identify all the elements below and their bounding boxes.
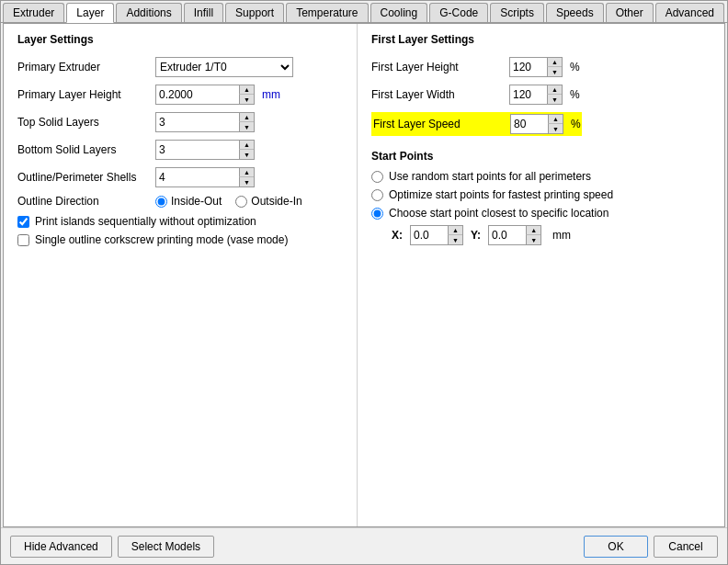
- first-layer-height-down[interactable]: ▼: [547, 67, 562, 76]
- first-layer-width-spinner: ▲ ▼: [509, 85, 563, 105]
- xy-unit: mm: [552, 229, 571, 242]
- first-layer-speed-down[interactable]: ▼: [548, 124, 563, 133]
- select-models-button[interactable]: Select Models: [118, 536, 214, 558]
- primary-layer-height-row: Primary Layer Height ▲ ▼ mm: [17, 85, 343, 105]
- bottom-solid-layers-buttons: ▲ ▼: [239, 141, 254, 159]
- primary-extruder-label: Primary Extruder: [17, 61, 155, 73]
- top-solid-layers-down[interactable]: ▼: [239, 122, 254, 131]
- first-layer-width-up[interactable]: ▲: [547, 85, 562, 95]
- tab-layer[interactable]: Layer: [66, 3, 114, 23]
- start-point-label3: Choose start point closest to specific l…: [389, 207, 609, 220]
- tab-extruder[interactable]: Extruder: [3, 3, 64, 22]
- start-point-radio3[interactable]: [371, 208, 383, 220]
- tab-support[interactable]: Support: [225, 3, 284, 22]
- start-point-radio1[interactable]: [371, 171, 383, 183]
- primary-layer-height-down[interactable]: ▼: [239, 95, 254, 104]
- first-layer-width-input[interactable]: [510, 85, 547, 104]
- tab-additions[interactable]: Additions: [116, 3, 181, 22]
- outline-shells-down[interactable]: ▼: [239, 177, 254, 186]
- outline-shells-buttons: ▲ ▼: [239, 168, 254, 186]
- hide-advanced-button[interactable]: Hide Advanced: [10, 536, 112, 558]
- bottom-solid-layers-down[interactable]: ▼: [239, 150, 254, 159]
- first-layer-height-unit: %: [570, 61, 580, 73]
- checkbox2-label[interactable]: Single outline corkscrew printing mode (…: [35, 233, 288, 246]
- primary-layer-height-spinner: ▲ ▼: [155, 85, 255, 105]
- start-point-radio2[interactable]: [371, 189, 383, 201]
- y-label: Y:: [471, 229, 481, 242]
- inside-out-label: Inside-Out: [171, 195, 222, 208]
- primary-layer-height-up[interactable]: ▲: [239, 85, 254, 95]
- bottom-solid-layers-input[interactable]: [156, 141, 239, 159]
- tab-gcode[interactable]: G-Code: [429, 3, 488, 22]
- outside-in-radio[interactable]: [235, 196, 247, 208]
- start-point-option3: Choose start point closest to specific l…: [371, 207, 711, 220]
- cancel-button[interactable]: Cancel: [654, 536, 718, 558]
- top-solid-layers-control: ▲ ▼: [155, 112, 255, 132]
- first-layer-width-control: ▲ ▼ %: [509, 85, 580, 105]
- first-layer-height-row: First Layer Height ▲ ▼ %: [371, 57, 711, 77]
- xy-row: X: ▲ ▼ Y: ▲ ▼: [392, 225, 711, 245]
- tab-advanced[interactable]: Advanced: [655, 3, 724, 22]
- top-solid-layers-up[interactable]: ▲: [239, 113, 254, 122]
- first-layer-height-control: ▲ ▼ %: [509, 57, 580, 77]
- primary-extruder-row: Primary Extruder Extruder 1/T0: [17, 57, 343, 77]
- x-input[interactable]: [411, 226, 448, 244]
- first-layer-height-input[interactable]: [510, 58, 547, 76]
- y-down[interactable]: ▼: [526, 235, 540, 244]
- checkbox1-label[interactable]: Print islands sequentially without optim…: [35, 215, 256, 228]
- checkbox1-input[interactable]: [17, 216, 29, 228]
- tab-other[interactable]: Other: [606, 3, 654, 22]
- outline-direction-label: Outline Direction: [17, 195, 155, 208]
- tab-speeds[interactable]: Speeds: [546, 3, 604, 22]
- first-layer-width-unit: %: [570, 88, 580, 101]
- top-solid-layers-input[interactable]: [156, 113, 239, 131]
- outline-shells-label: Outline/Perimeter Shells: [17, 171, 155, 184]
- outside-in-option[interactable]: Outside-In: [235, 195, 301, 208]
- start-point-label1: Use random start points for all perimete…: [389, 170, 591, 183]
- outline-direction-group: Inside-Out Outside-In: [155, 195, 302, 208]
- first-layer-speed-up[interactable]: ▲: [548, 115, 563, 124]
- outline-shells-control: ▲ ▼: [155, 167, 255, 187]
- outline-shells-row: Outline/Perimeter Shells ▲ ▼: [17, 167, 343, 187]
- primary-layer-height-unit: mm: [262, 88, 280, 101]
- outline-shells-up[interactable]: ▲: [239, 168, 254, 177]
- first-layer-speed-spinner: ▲ ▼: [510, 114, 563, 134]
- primary-extruder-select[interactable]: Extruder 1/T0: [155, 57, 293, 77]
- top-solid-layers-spinner: ▲ ▼: [155, 112, 255, 132]
- bottom-solid-layers-row: Bottom Solid Layers ▲ ▼: [17, 140, 343, 160]
- tab-temperature[interactable]: Temperature: [286, 3, 368, 22]
- primary-layer-height-label: Primary Layer Height: [17, 88, 155, 101]
- y-input[interactable]: [489, 226, 526, 244]
- first-layer-speed-input[interactable]: [511, 115, 548, 133]
- primary-layer-height-buttons: ▲ ▼: [239, 85, 254, 104]
- first-layer-width-down[interactable]: ▼: [547, 95, 562, 104]
- bottom-solid-layers-up[interactable]: ▲: [239, 141, 254, 150]
- start-points-section: Start Points Use random start points for…: [371, 150, 711, 245]
- tab-infill[interactable]: Infill: [184, 3, 223, 22]
- primary-layer-height-input[interactable]: [156, 85, 239, 104]
- tab-scripts[interactable]: Scripts: [490, 3, 544, 22]
- top-solid-layers-row: Top Solid Layers ▲ ▼: [17, 112, 343, 132]
- first-layer-speed-unit: %: [571, 118, 581, 130]
- bottom-solid-layers-control: ▲ ▼: [155, 140, 255, 160]
- x-label: X:: [392, 229, 403, 242]
- start-point-option2: Optimize start points for fastest printi…: [371, 188, 711, 201]
- left-panel: Layer Settings Primary Extruder Extruder…: [4, 24, 358, 526]
- first-layer-speed-row: First Layer Speed ▲ ▼ %: [371, 112, 582, 136]
- checkbox2-input[interactable]: [17, 234, 29, 246]
- inside-out-option[interactable]: Inside-Out: [155, 195, 222, 208]
- outline-shells-input[interactable]: [156, 168, 239, 186]
- x-up[interactable]: ▲: [448, 226, 462, 235]
- layer-settings-title: Layer Settings: [17, 33, 343, 46]
- y-up[interactable]: ▲: [526, 226, 540, 235]
- start-point-option1: Use random start points for all perimete…: [371, 170, 711, 183]
- first-layer-settings-title: First Layer Settings: [371, 33, 711, 46]
- first-layer-height-up[interactable]: ▲: [547, 58, 562, 67]
- tab-cooling[interactable]: Cooling: [370, 3, 428, 22]
- x-down[interactable]: ▼: [448, 235, 462, 244]
- ok-button[interactable]: OK: [584, 536, 648, 558]
- first-layer-speed-buttons: ▲ ▼: [548, 115, 563, 133]
- start-point-label2: Optimize start points for fastest printi…: [389, 188, 613, 201]
- x-buttons: ▲ ▼: [448, 226, 462, 244]
- inside-out-radio[interactable]: [155, 196, 167, 208]
